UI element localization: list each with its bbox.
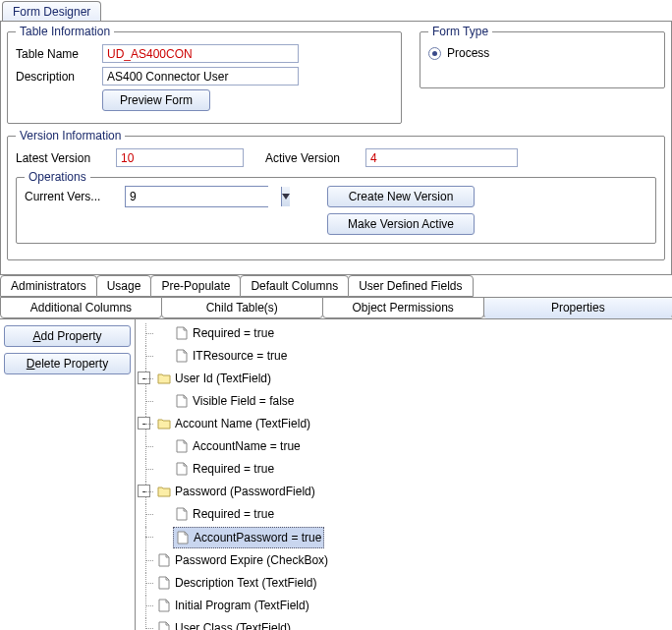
form-type-legend: Form Type <box>428 25 492 38</box>
tree-node-label: Password Expire (CheckBox) <box>175 550 328 570</box>
active-version-label: Active Version <box>265 151 360 165</box>
chevron-down-icon[interactable] <box>281 187 290 206</box>
table-info-legend: Table Information <box>16 25 114 38</box>
tree-node-label: Description Text (TextField) <box>175 573 317 593</box>
description-label: Description <box>16 70 96 84</box>
folder-icon <box>157 417 171 430</box>
tree-node-label: Required = true <box>193 459 274 479</box>
process-radio-label: Process <box>447 46 489 60</box>
tree-node-label: Required = true <box>193 323 274 343</box>
page-icon <box>157 576 171 590</box>
process-radio[interactable] <box>428 47 441 60</box>
tree-property[interactable]: AccountPassword = true <box>173 527 324 548</box>
properties-tree[interactable]: Required = trueITResource = true-User Id… <box>136 319 672 630</box>
tree-node-label: User Class (TextField) <box>175 618 291 630</box>
page-icon <box>175 462 189 476</box>
table-information-group: Table Information Table Name Description… <box>7 31 402 124</box>
page-icon <box>175 507 189 521</box>
current-version-value[interactable] <box>126 187 281 206</box>
tab-object-permissions[interactable]: Object Permissions <box>322 297 484 318</box>
operations-group: Operations Current Vers... Create New Ve… <box>16 177 656 244</box>
tab-usage[interactable]: Usage <box>96 275 152 297</box>
tree-node-label: AccountName = true <box>193 436 301 456</box>
tree-toggle[interactable]: - <box>138 372 150 384</box>
create-new-version-button[interactable]: Create New Version <box>327 186 475 207</box>
tree-node-label: ITResource = true <box>193 346 287 366</box>
tree-node-label: Account Name (TextField) <box>175 414 310 433</box>
subtab-row-1: AdministratorsUsagePre-PopulateDefault C… <box>0 275 672 297</box>
folder-icon <box>157 372 171 385</box>
current-version-combo[interactable] <box>125 186 268 207</box>
tree-field[interactable]: Password (PasswordField) <box>155 482 317 501</box>
active-version-input[interactable] <box>365 148 518 167</box>
tab-properties[interactable]: Properties <box>483 297 672 318</box>
latest-version-input[interactable] <box>116 148 244 167</box>
tab-administrators[interactable]: Administrators <box>0 275 97 297</box>
tab-default-columns[interactable]: Default Columns <box>240 275 349 297</box>
tree-property[interactable]: ITResource = true <box>173 346 289 366</box>
tab-child-table-s-[interactable]: Child Table(s) <box>161 297 323 318</box>
tab-form-designer[interactable]: Form Designer <box>2 1 101 21</box>
tab-pre-populate[interactable]: Pre-Populate <box>150 275 241 297</box>
tree-field[interactable]: Password Expire (CheckBox) <box>155 550 330 570</box>
tree-node-label: Initial Program (TextField) <box>175 596 309 615</box>
tree-property[interactable]: Required = true <box>173 504 276 524</box>
page-icon <box>176 531 190 544</box>
current-version-label: Current Vers... <box>25 190 119 203</box>
table-name-input[interactable] <box>102 44 299 63</box>
tree-property[interactable]: AccountName = true <box>173 436 303 456</box>
tab-additional-columns[interactable]: Additional Columns <box>0 297 162 318</box>
tree-field[interactable]: Initial Program (TextField) <box>155 596 311 615</box>
tab-user-defined-fields[interactable]: User Defined Fields <box>348 275 473 297</box>
tree-property[interactable]: Required = true <box>173 459 276 479</box>
subtab-row-2: Additional ColumnsChild Table(s)Object P… <box>0 297 672 318</box>
tree-toggle[interactable]: - <box>138 485 150 497</box>
tree-node-label: Password (PasswordField) <box>175 482 315 501</box>
page-icon <box>175 349 189 363</box>
page-icon <box>157 621 171 630</box>
page-icon <box>157 599 171 612</box>
page-icon <box>175 394 189 408</box>
tree-node-label: User Id (TextField) <box>175 369 271 388</box>
tree-field[interactable]: User Id (TextField) <box>155 369 273 388</box>
make-version-active-button[interactable]: Make Version Active <box>327 213 475 235</box>
tree-property[interactable]: Required = true <box>173 323 276 343</box>
latest-version-label: Latest Version <box>16 151 110 165</box>
description-input[interactable] <box>102 67 299 86</box>
tree-property[interactable]: Visible Field = false <box>173 391 297 411</box>
version-info-legend: Version Information <box>16 129 125 143</box>
tree-field[interactable]: User Class (TextField) <box>155 618 293 630</box>
page-icon <box>175 326 189 340</box>
page-icon <box>175 439 189 453</box>
tree-node-label: AccountPassword = true <box>194 528 321 547</box>
delete-property-button[interactable]: Delete Property <box>4 353 131 374</box>
form-type-group: Form Type Process <box>420 31 665 88</box>
tree-field[interactable]: Description Text (TextField) <box>155 573 319 593</box>
tree-node-label: Required = true <box>193 504 274 524</box>
preview-form-button[interactable]: Preview Form <box>102 89 210 111</box>
tree-field[interactable]: Account Name (TextField) <box>155 414 312 433</box>
main-panel: Table Information Table Name Description… <box>0 22 672 275</box>
page-icon <box>157 553 171 567</box>
add-property-button[interactable]: Add Property <box>4 325 131 347</box>
version-information-group: Version Information Latest Version Activ… <box>7 136 665 260</box>
table-name-label: Table Name <box>16 47 96 61</box>
folder-icon <box>157 485 171 498</box>
operations-legend: Operations <box>25 170 90 184</box>
properties-panel: Add Property Delete Property Required = … <box>0 318 672 630</box>
tree-toggle[interactable]: - <box>138 417 150 430</box>
tree-node-label: Visible Field = false <box>193 391 295 411</box>
